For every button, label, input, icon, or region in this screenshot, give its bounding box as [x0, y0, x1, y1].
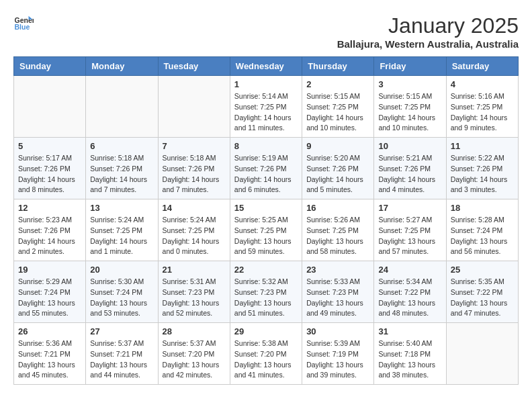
day-number: 2: [306, 79, 369, 89]
day-info: Sunrise: 5:31 AM Sunset: 7:23 PM Dayligh…: [163, 277, 226, 319]
day-number: 16: [306, 203, 369, 213]
day-info: Sunrise: 5:15 AM Sunset: 7:25 PM Dayligh…: [378, 91, 441, 134]
day-info: Sunrise: 5:26 AM Sunset: 7:25 PM Dayligh…: [306, 215, 369, 257]
calendar-cell: 20Sunrise: 5:30 AM Sunset: 7:24 PM Dayli…: [86, 261, 158, 323]
day-info: Sunrise: 5:37 AM Sunset: 7:20 PM Dayligh…: [163, 338, 226, 381]
calendar-cell: 1Sunrise: 5:14 AM Sunset: 7:25 PM Daylig…: [230, 76, 302, 138]
calendar-cell: 22Sunrise: 5:32 AM Sunset: 7:23 PM Dayli…: [230, 261, 302, 323]
day-number: 15: [234, 203, 298, 213]
day-info: Sunrise: 5:20 AM Sunset: 7:26 PM Dayligh…: [306, 153, 369, 195]
page-header: General Blue January 2025 Ballajura, Wes…: [13, 13, 519, 50]
day-info: Sunrise: 5:38 AM Sunset: 7:20 PM Dayligh…: [234, 338, 298, 381]
calendar-cell: 5Sunrise: 5:17 AM Sunset: 7:26 PM Daylig…: [14, 138, 86, 199]
day-info: Sunrise: 5:36 AM Sunset: 7:21 PM Dayligh…: [18, 338, 81, 381]
weekday-header-saturday: Saturday: [446, 57, 518, 76]
calendar-week-2: 5Sunrise: 5:17 AM Sunset: 7:26 PM Daylig…: [14, 138, 519, 199]
day-info: Sunrise: 5:24 AM Sunset: 7:25 PM Dayligh…: [90, 215, 153, 257]
day-info: Sunrise: 5:18 AM Sunset: 7:26 PM Dayligh…: [90, 153, 153, 195]
calendar-cell: 27Sunrise: 5:37 AM Sunset: 7:21 PM Dayli…: [86, 323, 158, 385]
calendar-cell: 18Sunrise: 5:28 AM Sunset: 7:24 PM Dayli…: [446, 199, 518, 261]
calendar-cell: [14, 76, 86, 138]
day-info: Sunrise: 5:28 AM Sunset: 7:24 PM Dayligh…: [451, 215, 514, 257]
day-number: 30: [306, 326, 369, 336]
day-number: 13: [90, 203, 153, 213]
day-info: Sunrise: 5:15 AM Sunset: 7:25 PM Dayligh…: [306, 91, 369, 134]
day-number: 7: [163, 141, 226, 151]
day-number: 5: [18, 141, 81, 151]
day-info: Sunrise: 5:18 AM Sunset: 7:26 PM Dayligh…: [163, 153, 226, 195]
weekday-header-friday: Friday: [374, 57, 446, 76]
calendar-cell: 3Sunrise: 5:15 AM Sunset: 7:25 PM Daylig…: [374, 76, 446, 138]
day-info: Sunrise: 5:23 AM Sunset: 7:26 PM Dayligh…: [18, 215, 81, 257]
calendar-week-5: 26Sunrise: 5:36 AM Sunset: 7:21 PM Dayli…: [14, 323, 519, 385]
day-info: Sunrise: 5:30 AM Sunset: 7:24 PM Dayligh…: [90, 277, 153, 319]
weekday-header-monday: Monday: [86, 57, 158, 76]
month-title: January 2025: [337, 13, 519, 38]
day-info: Sunrise: 5:16 AM Sunset: 7:25 PM Dayligh…: [451, 91, 514, 134]
day-number: 27: [90, 326, 153, 336]
day-info: Sunrise: 5:33 AM Sunset: 7:23 PM Dayligh…: [306, 277, 369, 319]
weekday-header-tuesday: Tuesday: [158, 57, 230, 76]
day-number: 6: [90, 141, 153, 151]
calendar-cell: 7Sunrise: 5:18 AM Sunset: 7:26 PM Daylig…: [158, 138, 230, 199]
calendar-cell: 29Sunrise: 5:38 AM Sunset: 7:20 PM Dayli…: [230, 323, 302, 385]
calendar-cell: 9Sunrise: 5:20 AM Sunset: 7:26 PM Daylig…: [302, 138, 374, 199]
day-number: 28: [163, 326, 226, 336]
day-number: 18: [451, 203, 514, 213]
location-subtitle: Ballajura, Western Australia, Australia: [337, 38, 519, 50]
day-number: 1: [234, 79, 298, 89]
weekday-header-thursday: Thursday: [302, 57, 374, 76]
day-info: Sunrise: 5:34 AM Sunset: 7:22 PM Dayligh…: [378, 277, 441, 319]
day-info: Sunrise: 5:32 AM Sunset: 7:23 PM Dayligh…: [234, 277, 298, 319]
day-number: 8: [234, 141, 298, 151]
calendar-cell: 15Sunrise: 5:25 AM Sunset: 7:25 PM Dayli…: [230, 199, 302, 261]
day-info: Sunrise: 5:27 AM Sunset: 7:25 PM Dayligh…: [378, 215, 441, 257]
day-number: 23: [306, 265, 369, 275]
title-block: January 2025 Ballajura, Western Australi…: [337, 13, 519, 50]
weekday-header-sunday: Sunday: [14, 57, 86, 76]
day-number: 10: [378, 141, 441, 151]
day-number: 17: [378, 203, 441, 213]
calendar-cell: 23Sunrise: 5:33 AM Sunset: 7:23 PM Dayli…: [302, 261, 374, 323]
calendar-cell: 30Sunrise: 5:39 AM Sunset: 7:19 PM Dayli…: [302, 323, 374, 385]
day-info: Sunrise: 5:17 AM Sunset: 7:26 PM Dayligh…: [18, 153, 81, 195]
day-info: Sunrise: 5:39 AM Sunset: 7:19 PM Dayligh…: [306, 338, 369, 381]
calendar-cell: 4Sunrise: 5:16 AM Sunset: 7:25 PM Daylig…: [446, 76, 518, 138]
calendar-cell: 28Sunrise: 5:37 AM Sunset: 7:20 PM Dayli…: [158, 323, 230, 385]
calendar-cell: 11Sunrise: 5:22 AM Sunset: 7:26 PM Dayli…: [446, 138, 518, 199]
day-info: Sunrise: 5:24 AM Sunset: 7:25 PM Dayligh…: [163, 215, 226, 257]
calendar-cell: 2Sunrise: 5:15 AM Sunset: 7:25 PM Daylig…: [302, 76, 374, 138]
calendar-cell: 19Sunrise: 5:29 AM Sunset: 7:24 PM Dayli…: [14, 261, 86, 323]
day-number: 21: [163, 265, 226, 275]
calendar-cell: 21Sunrise: 5:31 AM Sunset: 7:23 PM Dayli…: [158, 261, 230, 323]
calendar-cell: 12Sunrise: 5:23 AM Sunset: 7:26 PM Dayli…: [14, 199, 86, 261]
day-info: Sunrise: 5:19 AM Sunset: 7:26 PM Dayligh…: [234, 153, 298, 195]
calendar-week-3: 12Sunrise: 5:23 AM Sunset: 7:26 PM Dayli…: [14, 199, 519, 261]
calendar-cell: 17Sunrise: 5:27 AM Sunset: 7:25 PM Dayli…: [374, 199, 446, 261]
calendar-cell: 6Sunrise: 5:18 AM Sunset: 7:26 PM Daylig…: [86, 138, 158, 199]
calendar-cell: 31Sunrise: 5:40 AM Sunset: 7:18 PM Dayli…: [374, 323, 446, 385]
calendar-cell: 13Sunrise: 5:24 AM Sunset: 7:25 PM Dayli…: [86, 199, 158, 261]
day-info: Sunrise: 5:25 AM Sunset: 7:25 PM Dayligh…: [234, 215, 298, 257]
calendar-cell: 24Sunrise: 5:34 AM Sunset: 7:22 PM Dayli…: [374, 261, 446, 323]
weekday-header-wednesday: Wednesday: [230, 57, 302, 76]
logo: General Blue: [13, 13, 34, 34]
weekday-header-row: SundayMondayTuesdayWednesdayThursdayFrid…: [14, 57, 519, 76]
day-info: Sunrise: 5:37 AM Sunset: 7:21 PM Dayligh…: [90, 338, 153, 381]
calendar-cell: [158, 76, 230, 138]
day-number: 11: [451, 141, 514, 151]
logo-icon: General Blue: [13, 13, 34, 34]
calendar-cell: [86, 76, 158, 138]
day-number: 20: [90, 265, 153, 275]
day-info: Sunrise: 5:35 AM Sunset: 7:22 PM Dayligh…: [451, 277, 514, 319]
day-info: Sunrise: 5:40 AM Sunset: 7:18 PM Dayligh…: [378, 338, 441, 381]
calendar-cell: 14Sunrise: 5:24 AM Sunset: 7:25 PM Dayli…: [158, 199, 230, 261]
calendar-cell: 25Sunrise: 5:35 AM Sunset: 7:22 PM Dayli…: [446, 261, 518, 323]
calendar-cell: 8Sunrise: 5:19 AM Sunset: 7:26 PM Daylig…: [230, 138, 302, 199]
calendar-cell: [446, 323, 518, 385]
calendar-table: SundayMondayTuesdayWednesdayThursdayFrid…: [13, 56, 519, 385]
day-info: Sunrise: 5:14 AM Sunset: 7:25 PM Dayligh…: [234, 91, 298, 134]
day-number: 22: [234, 265, 298, 275]
calendar-week-1: 1Sunrise: 5:14 AM Sunset: 7:25 PM Daylig…: [14, 76, 519, 138]
day-number: 3: [378, 79, 441, 89]
